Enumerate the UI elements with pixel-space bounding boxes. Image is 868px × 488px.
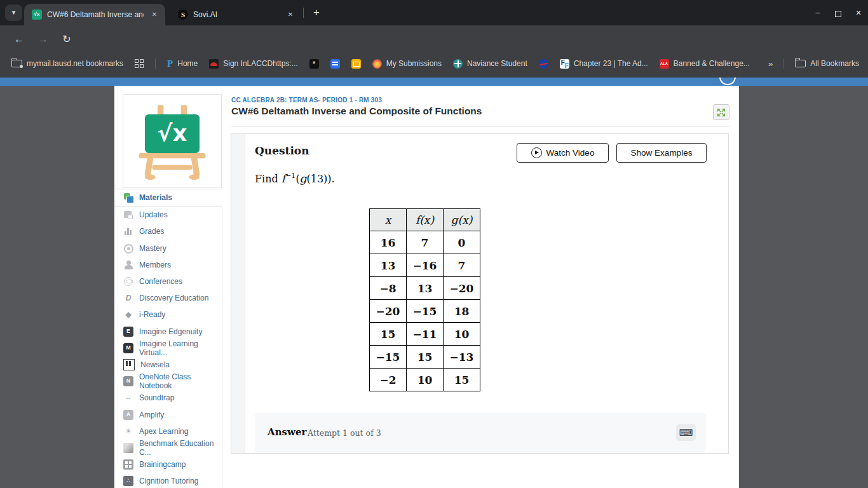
play-circle-icon — [531, 147, 542, 158]
mastery-icon — [123, 243, 133, 254]
bookmark-apps-grid[interactable] — [135, 59, 144, 68]
bookmark-naviance[interactable]: Naviance Student — [453, 59, 527, 69]
bookmark-banned-challenged[interactable]: Banned & Challenge... — [660, 59, 750, 69]
lms-page: √x Materials Updates Grades Mastery Memb… — [114, 86, 739, 488]
benchmark-education-icon — [123, 443, 133, 453]
soundtrap-icon — [123, 393, 133, 403]
col-header-fx: f(x) — [407, 209, 444, 231]
panel-left-rail — [231, 134, 245, 453]
course-logo-card[interactable]: √x — [123, 94, 222, 188]
discovery-education-icon: D — [123, 293, 133, 303]
sidebar-item-grades[interactable]: Grades — [114, 223, 222, 240]
members-icon — [123, 260, 133, 270]
powerschool-icon — [167, 58, 173, 69]
sidebar-item-updates[interactable]: Updates — [114, 207, 222, 223]
cignition-icon — [123, 476, 133, 486]
sidebar-item-newsela[interactable]: Newsela — [114, 356, 222, 373]
attempt-counter: Attempt 1 out of 3 — [308, 428, 381, 438]
sidebar-item-imagine-edgenuity[interactable]: E Imagine Edgenuity — [114, 323, 222, 340]
sidebar-item-benchmark-education[interactable]: Benchmark Education C... — [114, 440, 222, 456]
all-bookmarks-button[interactable]: All Bookmarks — [795, 59, 859, 68]
answer-label: Answer — [268, 426, 306, 438]
sidebar-item-members[interactable]: Members — [114, 257, 222, 273]
sidebar-item-cignition-tutoring[interactable]: Cignition Tutoring — [114, 473, 222, 488]
sidebar-item-amplify[interactable]: A Amplify — [114, 406, 222, 423]
nasa-icon — [539, 59, 548, 69]
sidebar-item-imagine-learning-virtual[interactable]: M Imagine Learning Virtual... — [114, 340, 222, 356]
sidebar-item-apex-learning[interactable]: Apex Learning — [114, 423, 222, 440]
apps-grid-icon — [135, 59, 144, 68]
avatar[interactable] — [719, 78, 736, 85]
forward-button[interactable] — [36, 32, 51, 47]
sidebar-item-mastery[interactable]: Mastery — [114, 240, 222, 257]
tab-strip: ▾ CW#6 Deltamath Inverse and C Sovi.AI — [0, 0, 868, 25]
restore-window-button[interactable] — [832, 7, 844, 18]
question-prompt: Find f−1(g(13)). — [255, 172, 335, 185]
bookmarks-overflow-chevron[interactable]: » — [768, 59, 773, 69]
bookmarks-bar: mymail.lausd.net bookmarks Home Sign InL… — [0, 53, 868, 74]
sidebar-item-brainingcamp[interactable]: Brainingcamp — [114, 456, 222, 473]
course-breadcrumb[interactable]: CC ALGEBRA 2B: TERM AS- PERIOD 1 - RM 30… — [231, 97, 382, 104]
tab-deltamath[interactable]: CW#6 Deltamath Inverse and C — [24, 4, 165, 25]
svg-text:√x: √x — [158, 120, 187, 146]
watch-video-button[interactable]: Watch Video — [517, 143, 609, 163]
keyboard-icon[interactable] — [676, 424, 696, 441]
sidebar-item-discovery-education[interactable]: D Discovery Education — [114, 290, 222, 306]
chevron-down-icon: ▾ — [12, 8, 16, 16]
sidebar-item-conferences[interactable]: Conferences — [114, 273, 222, 290]
sidebar-item-iready[interactable]: ◆ i-Ready — [114, 306, 222, 323]
naviance-compass-icon — [453, 59, 463, 69]
show-examples-button[interactable]: Show Examples — [616, 143, 707, 163]
tab-search-button[interactable]: ▾ — [5, 4, 22, 21]
close-tab-icon[interactable] — [149, 9, 160, 20]
laccd-icon — [209, 59, 219, 69]
minimize-window-button[interactable] — [812, 7, 824, 18]
conferences-icon — [123, 276, 133, 287]
restore-icon — [835, 11, 841, 17]
managed-folder-icon — [11, 60, 22, 67]
bookmark-nasa[interactable] — [539, 59, 548, 69]
header-divider — [231, 126, 729, 127]
table-row: −1515−13 — [370, 346, 480, 369]
screen: { "browser": { "tabs": [ {"title": "CW#6… — [0, 0, 868, 488]
bookmarks-divider — [155, 58, 156, 69]
close-tab-icon[interactable] — [285, 9, 296, 20]
ala-icon — [660, 59, 669, 69]
brainingcamp-icon — [123, 459, 133, 470]
col-header-x: x — [370, 209, 407, 231]
bookmark-icon-only-3[interactable] — [351, 59, 361, 69]
updates-icon — [123, 210, 133, 220]
browser-toolbar: lms.lausd.net/external_tool/3388335874/l… — [0, 25, 868, 53]
bookmark-my-submissions[interactable]: My Submissions — [372, 59, 442, 69]
folder-icon — [795, 60, 806, 67]
bookmark-home[interactable]: Home — [167, 58, 198, 69]
back-button[interactable] — [11, 32, 27, 47]
sidebar-item-onenote[interactable]: N OneNote Class Notebook — [114, 373, 222, 390]
onenote-icon: N — [123, 376, 133, 386]
close-window-button[interactable] — [853, 7, 864, 18]
course-sidebar-menu: Materials Updates Grades Mastery Members… — [114, 189, 222, 488]
bookmark-icon-only-1[interactable] — [309, 59, 319, 69]
table-row: 1670 — [370, 231, 480, 254]
sidebar-item-materials[interactable]: Materials — [114, 189, 222, 207]
bookmark-icon-only-2[interactable] — [330, 59, 340, 69]
table-row: −21015 — [370, 369, 480, 391]
tab-sovi[interactable]: Sovi.AI — [170, 4, 301, 25]
bookmark-managed-folder[interactable]: mymail.lausd.net bookmarks — [11, 59, 123, 68]
deltamath-favicon-icon — [32, 10, 42, 20]
deltamath-question-panel: Question Watch Video Show Examples Find … — [231, 133, 729, 454]
deltamath-easel-logo: √x — [132, 101, 212, 181]
amplify-icon: A — [123, 410, 133, 420]
reload-button[interactable] — [59, 32, 74, 47]
sovi-favicon-icon — [178, 10, 188, 20]
bookmark-laccd-signin[interactable]: Sign InLACCDhttps:... — [209, 59, 297, 69]
sidebar-item-soundtrap[interactable]: Soundtrap — [114, 390, 222, 406]
edgenuity-icon: E — [123, 327, 133, 337]
new-tab-button[interactable] — [309, 5, 324, 20]
fullscreen-toggle-button[interactable] — [713, 104, 729, 120]
grades-icon — [123, 226, 133, 236]
answer-section[interactable]: Answer Attempt 1 out of 3 — [255, 413, 706, 452]
imagine-learning-icon: M — [123, 343, 133, 353]
bookmark-chapter23[interactable]: Chapter 23 | The Ad... — [560, 59, 648, 69]
materials-icon — [123, 193, 133, 203]
